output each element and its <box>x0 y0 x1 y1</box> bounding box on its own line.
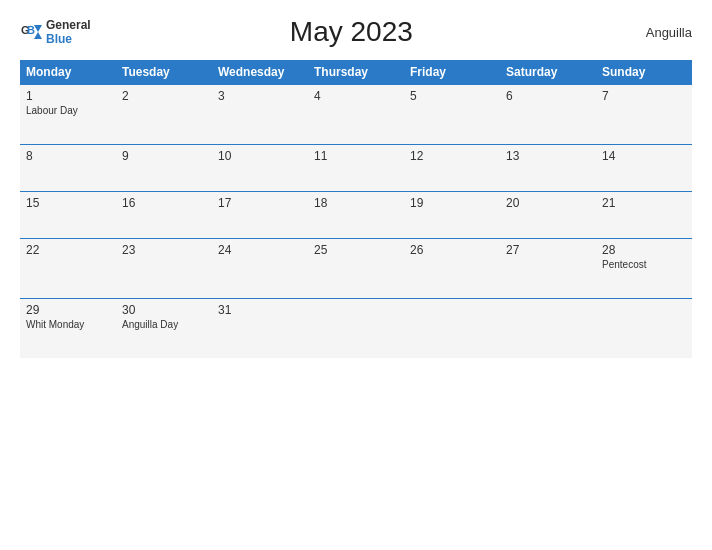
day-number: 21 <box>602 196 686 210</box>
logo: G B General Blue <box>20 18 91 47</box>
calendar-cell-w3-d6: 20 <box>500 192 596 239</box>
holiday-label: Pentecost <box>602 259 686 270</box>
calendar-cell-w3-d2: 16 <box>116 192 212 239</box>
week-row-3: 15161718192021 <box>20 192 692 239</box>
calendar-cell-w5-d5 <box>404 299 500 359</box>
calendar-cell-w4-d6: 27 <box>500 239 596 299</box>
week-row-1: 1Labour Day234567 <box>20 85 692 145</box>
country-label: Anguilla <box>612 25 692 40</box>
calendar-cell-w2-d1: 8 <box>20 145 116 192</box>
calendar-cell-w3-d4: 18 <box>308 192 404 239</box>
header-sunday: Sunday <box>596 60 692 85</box>
day-number: 30 <box>122 303 206 317</box>
day-number: 12 <box>410 149 494 163</box>
calendar-cell-w4-d7: 28Pentecost <box>596 239 692 299</box>
calendar-table: Monday Tuesday Wednesday Thursday Friday… <box>20 60 692 358</box>
logo-text: General Blue <box>46 18 91 47</box>
calendar-title: May 2023 <box>91 16 612 48</box>
day-number: 24 <box>218 243 302 257</box>
day-number: 20 <box>506 196 590 210</box>
header-friday: Friday <box>404 60 500 85</box>
day-number: 16 <box>122 196 206 210</box>
day-number: 9 <box>122 149 206 163</box>
day-number: 10 <box>218 149 302 163</box>
calendar-cell-w3-d3: 17 <box>212 192 308 239</box>
day-number: 7 <box>602 89 686 103</box>
day-number: 19 <box>410 196 494 210</box>
holiday-label: Whit Monday <box>26 319 110 330</box>
weekday-header-row: Monday Tuesday Wednesday Thursday Friday… <box>20 60 692 85</box>
calendar-cell-w3-d7: 21 <box>596 192 692 239</box>
header-thursday: Thursday <box>308 60 404 85</box>
calendar-cell-w2-d3: 10 <box>212 145 308 192</box>
day-number: 31 <box>218 303 302 317</box>
calendar-cell-w4-d2: 23 <box>116 239 212 299</box>
calendar-cell-w5-d3: 31 <box>212 299 308 359</box>
calendar-cell-w3-d5: 19 <box>404 192 500 239</box>
calendar-cell-w3-d1: 15 <box>20 192 116 239</box>
day-number: 26 <box>410 243 494 257</box>
header-wednesday: Wednesday <box>212 60 308 85</box>
header-monday: Monday <box>20 60 116 85</box>
day-number: 17 <box>218 196 302 210</box>
calendar-cell-w2-d6: 13 <box>500 145 596 192</box>
svg-text:B: B <box>27 24 35 36</box>
week-row-2: 891011121314 <box>20 145 692 192</box>
page-header: G B General Blue May 2023 Anguilla <box>20 16 692 48</box>
day-number: 15 <box>26 196 110 210</box>
day-number: 28 <box>602 243 686 257</box>
calendar-cell-w1-d4: 4 <box>308 85 404 145</box>
holiday-label: Labour Day <box>26 105 110 116</box>
day-number: 13 <box>506 149 590 163</box>
calendar-cell-w4-d4: 25 <box>308 239 404 299</box>
day-number: 25 <box>314 243 398 257</box>
calendar-cell-w4-d5: 26 <box>404 239 500 299</box>
calendar-cell-w5-d4 <box>308 299 404 359</box>
calendar-cell-w5-d7 <box>596 299 692 359</box>
calendar-cell-w4-d1: 22 <box>20 239 116 299</box>
holiday-label: Anguilla Day <box>122 319 206 330</box>
day-number: 6 <box>506 89 590 103</box>
calendar-cell-w2-d4: 11 <box>308 145 404 192</box>
day-number: 4 <box>314 89 398 103</box>
day-number: 14 <box>602 149 686 163</box>
day-number: 11 <box>314 149 398 163</box>
logo-icon: G B <box>20 21 42 43</box>
day-number: 18 <box>314 196 398 210</box>
day-number: 3 <box>218 89 302 103</box>
calendar-cell-w2-d7: 14 <box>596 145 692 192</box>
header-tuesday: Tuesday <box>116 60 212 85</box>
week-row-5: 29Whit Monday30Anguilla Day31 <box>20 299 692 359</box>
calendar-cell-w1-d6: 6 <box>500 85 596 145</box>
calendar-cell-w2-d5: 12 <box>404 145 500 192</box>
day-number: 5 <box>410 89 494 103</box>
calendar-page: G B General Blue May 2023 Anguilla Monda… <box>0 0 712 550</box>
day-number: 8 <box>26 149 110 163</box>
day-number: 22 <box>26 243 110 257</box>
day-number: 27 <box>506 243 590 257</box>
calendar-cell-w5-d6 <box>500 299 596 359</box>
header-saturday: Saturday <box>500 60 596 85</box>
calendar-cell-w2-d2: 9 <box>116 145 212 192</box>
week-row-4: 22232425262728Pentecost <box>20 239 692 299</box>
day-number: 2 <box>122 89 206 103</box>
calendar-cell-w1-d7: 7 <box>596 85 692 145</box>
calendar-cell-w5-d2: 30Anguilla Day <box>116 299 212 359</box>
calendar-cell-w4-d3: 24 <box>212 239 308 299</box>
calendar-cell-w1-d2: 2 <box>116 85 212 145</box>
calendar-cell-w1-d5: 5 <box>404 85 500 145</box>
day-number: 1 <box>26 89 110 103</box>
calendar-cell-w1-d1: 1Labour Day <box>20 85 116 145</box>
day-number: 29 <box>26 303 110 317</box>
calendar-cell-w1-d3: 3 <box>212 85 308 145</box>
day-number: 23 <box>122 243 206 257</box>
calendar-cell-w5-d1: 29Whit Monday <box>20 299 116 359</box>
